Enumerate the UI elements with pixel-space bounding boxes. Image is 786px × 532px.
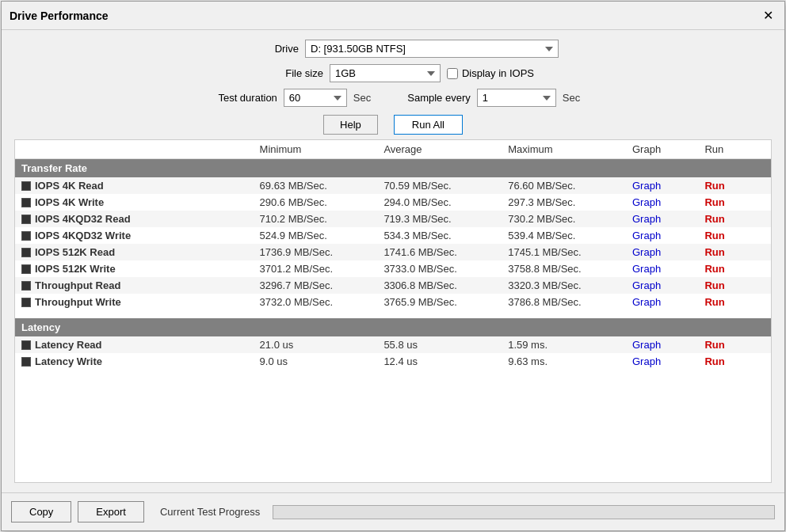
row-label: IOPS 512K Write: [35, 263, 116, 275]
row-label: IOPS 4K Read: [35, 180, 104, 192]
row-run-cell: Run: [698, 277, 771, 294]
sample-label: Sample every: [407, 92, 470, 104]
row-min: 524.9 MB/Sec.: [254, 227, 378, 244]
run-link[interactable]: Run: [704, 355, 724, 367]
graph-link[interactable]: Graph: [632, 246, 661, 258]
run-link[interactable]: Run: [704, 263, 724, 275]
display-iops-label: Display in IOPS: [462, 67, 534, 79]
table-row: Latency Read21.0 us55.8 us1.59 ms.GraphR…: [15, 336, 771, 353]
col-graph: Graph: [626, 140, 698, 159]
run-link[interactable]: Run: [704, 246, 724, 258]
row-run-cell: Run: [698, 177, 771, 194]
table-header: Minimum Average Maximum Graph Run: [15, 140, 771, 159]
export-button[interactable]: Export: [78, 501, 144, 522]
section-header-transfer-rate: Transfer Rate: [15, 159, 771, 178]
row-name-cell: Latency Read: [15, 336, 254, 353]
graph-link[interactable]: Graph: [632, 263, 661, 275]
row-avg: 70.59 MB/Sec.: [377, 177, 502, 194]
graph-link[interactable]: Graph: [632, 196, 661, 208]
run-link[interactable]: Run: [704, 180, 724, 192]
col-maximum: Maximum: [502, 140, 626, 159]
progress-label: Current Test Progress: [160, 506, 260, 518]
row-run-cell: Run: [698, 336, 771, 353]
row-label: IOPS 4K Write: [35, 196, 104, 208]
graph-link[interactable]: Graph: [632, 355, 661, 367]
graph-link[interactable]: Graph: [632, 213, 661, 225]
graph-link[interactable]: Graph: [632, 279, 661, 291]
window-title: Drive Performance: [10, 10, 109, 22]
title-bar: Drive Performance ✕: [2, 2, 784, 30]
row-min: 3732.0 MB/Sec.: [254, 294, 378, 310]
row-icon: [21, 215, 31, 224]
run-link[interactable]: Run: [704, 279, 724, 291]
row-min: 3701.2 MB/Sec.: [254, 260, 378, 277]
run-link[interactable]: Run: [704, 230, 724, 241]
row-min: 290.6 MB/Sec.: [254, 194, 378, 211]
row-name-cell: IOPS 512K Read: [15, 244, 254, 260]
col-minimum: Minimum: [254, 140, 378, 159]
row-label: Latency Write: [35, 355, 102, 367]
row-graph-cell: Graph: [626, 227, 698, 244]
row-label: Throughput Write: [35, 296, 121, 308]
run-link[interactable]: Run: [704, 296, 724, 308]
row-min: 69.63 MB/Sec.: [254, 177, 378, 194]
duration-select[interactable]: 60: [284, 89, 347, 107]
bottom-bar: Copy Export Current Test Progress: [2, 492, 784, 530]
run-link[interactable]: Run: [704, 196, 724, 208]
table-body: Transfer RateIOPS 4K Read69.63 MB/Sec.70…: [15, 159, 771, 378]
progress-bar: [273, 505, 775, 519]
row-run-cell: Run: [698, 211, 771, 227]
row-name-cell: Throughput Write: [15, 294, 254, 310]
row-graph-cell: Graph: [626, 294, 698, 310]
close-button[interactable]: ✕: [760, 6, 776, 25]
form-area: Drive D: [931.50GB NTFS] File size 1GB D…: [14, 40, 772, 107]
row-run-cell: Run: [698, 353, 771, 370]
row-icon: [21, 264, 31, 274]
row-min: 1736.9 MB/Sec.: [254, 244, 378, 260]
row-run-cell: Run: [698, 260, 771, 277]
row-max: 3786.8 MB/Sec.: [502, 294, 626, 310]
help-button[interactable]: Help: [323, 115, 378, 135]
row-name-cell: IOPS 512K Write: [15, 260, 254, 277]
row-avg: 719.3 MB/Sec.: [377, 211, 502, 227]
row-icon: [21, 181, 31, 191]
display-iops-checkbox-label[interactable]: Display in IOPS: [447, 67, 534, 79]
row-min: 710.2 MB/Sec.: [254, 211, 378, 227]
filesize-label: File size: [252, 67, 323, 79]
duration-label: Test duration: [206, 92, 277, 104]
graph-link[interactable]: Graph: [632, 180, 661, 192]
row-label: IOPS 4KQD32 Write: [35, 230, 131, 241]
row-max: 297.3 MB/Sec.: [502, 194, 626, 211]
col-run: Run: [698, 140, 771, 159]
row-max: 9.63 ms.: [502, 353, 626, 370]
row-run-cell: Run: [698, 194, 771, 211]
copy-button[interactable]: Copy: [11, 501, 71, 522]
row-label: IOPS 512K Read: [35, 246, 115, 258]
display-iops-checkbox[interactable]: [447, 68, 458, 79]
section-header-latency: Latency: [15, 318, 771, 336]
row-avg: 3765.9 MB/Sec.: [377, 294, 502, 310]
row-avg: 294.0 MB/Sec.: [377, 194, 502, 211]
row-run-cell: Run: [698, 244, 771, 260]
row-name-cell: IOPS 4K Write: [15, 194, 254, 211]
run-link[interactable]: Run: [704, 213, 724, 225]
row-icon: [21, 340, 31, 350]
row-icon: [21, 357, 31, 367]
row-run-cell: Run: [698, 227, 771, 244]
row-max: 76.60 MB/Sec.: [502, 177, 626, 194]
sample-select[interactable]: 1: [477, 89, 556, 107]
run-link[interactable]: Run: [704, 339, 724, 351]
row-max: 1.59 ms.: [502, 336, 626, 353]
row-name-cell: IOPS 4KQD32 Write: [15, 227, 254, 244]
table-row: Throughput Write3732.0 MB/Sec.3765.9 MB/…: [15, 294, 771, 310]
graph-link[interactable]: Graph: [632, 339, 661, 351]
row-name-cell: Throughput Read: [15, 277, 254, 294]
row-icon: [21, 198, 31, 207]
drive-select[interactable]: D: [931.50GB NTFS]: [305, 40, 559, 58]
graph-link[interactable]: Graph: [632, 230, 661, 241]
row-label: Throughput Read: [35, 279, 120, 291]
row-min: 3296.7 MB/Sec.: [254, 277, 378, 294]
run-all-button[interactable]: Run All: [394, 115, 463, 135]
filesize-select[interactable]: 1GB: [330, 64, 441, 82]
graph-link[interactable]: Graph: [632, 296, 661, 308]
